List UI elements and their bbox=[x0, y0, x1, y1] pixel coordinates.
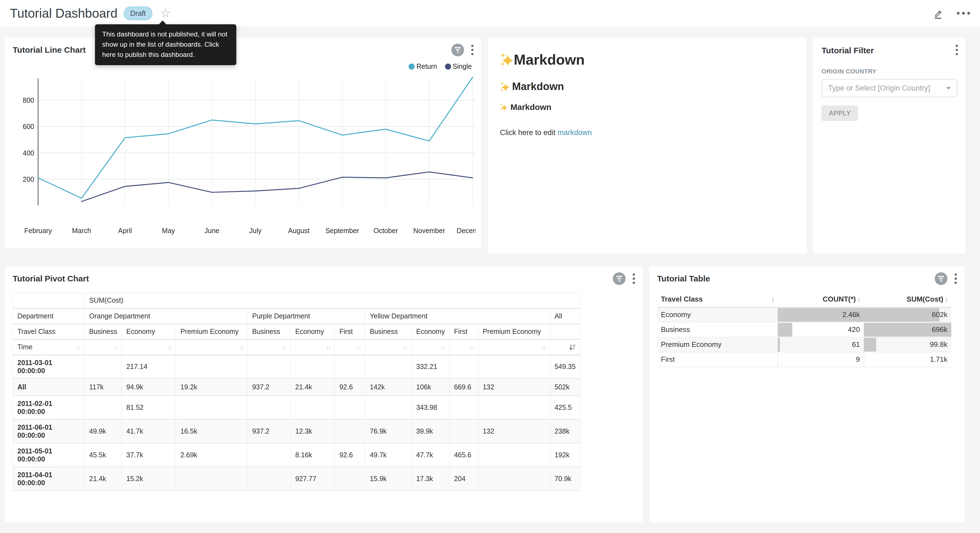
pivot-value-cell bbox=[176, 396, 248, 420]
pivot-metric-header: SUM(Cost) bbox=[85, 293, 581, 308]
column-header-travel-class[interactable]: Travel Class▴▾ bbox=[657, 292, 778, 307]
count-cell: 2.46k bbox=[778, 307, 864, 322]
markdown-edit-link[interactable]: markdown bbox=[558, 128, 592, 137]
pivot-value-cell: 927.77 bbox=[291, 467, 335, 491]
svg-text:October: October bbox=[374, 227, 398, 235]
more-actions-icon[interactable] bbox=[957, 12, 970, 14]
pivot-column-sort[interactable]: ↓↑ bbox=[85, 340, 122, 355]
pivot-value-cell: 425.5 bbox=[550, 396, 580, 420]
sort-icon[interactable]: ↓↑ bbox=[541, 343, 546, 351]
edit-dashboard-icon[interactable] bbox=[932, 8, 943, 19]
chart-kebab-menu-icon[interactable] bbox=[953, 272, 958, 285]
pivot-value-cell: 142k bbox=[365, 379, 412, 396]
pivot-value-cell bbox=[365, 355, 412, 379]
column-header-count[interactable]: COUNT(*)▴▾ bbox=[778, 292, 864, 307]
column-header-sum-cost[interactable]: SUM(Cost)▴▾ bbox=[864, 292, 951, 307]
pivot-column-sort[interactable]: ↓↑ bbox=[478, 340, 550, 355]
pivot-value-cell: 49.7k bbox=[365, 443, 412, 467]
origin-country-select[interactable]: Type or Select [Origin Country] bbox=[821, 79, 957, 97]
pivot-class-header-empty bbox=[550, 324, 580, 340]
sparkles-icon bbox=[500, 82, 510, 92]
sort-carets-icon: ▴▾ bbox=[945, 296, 947, 302]
pivot-class-header: Business bbox=[248, 324, 291, 340]
pivot-time-header[interactable]: Time↓↑ bbox=[13, 340, 85, 355]
sort-icon[interactable]: ↓↑ bbox=[282, 343, 286, 351]
value-bar bbox=[778, 338, 780, 351]
chevron-down-icon bbox=[946, 87, 951, 89]
sort-icon[interactable]: ↓↑ bbox=[113, 343, 117, 351]
svg-text:400: 400 bbox=[23, 149, 34, 157]
pivot-value-cell: 92.6 bbox=[335, 379, 365, 396]
pivot-class-header: Business bbox=[365, 324, 412, 340]
sum-cell: 1.71k bbox=[864, 352, 951, 367]
line-chart-plot[interactable]: 200400600800FebruaryMarchAprilMayJuneJul… bbox=[11, 38, 476, 242]
pivot-class-header: Economy bbox=[412, 324, 449, 340]
pivot-class-label: Travel Class bbox=[13, 324, 85, 340]
filter-indicator-icon[interactable] bbox=[935, 272, 947, 285]
sort-icon[interactable]: ↓↑ bbox=[469, 343, 474, 351]
pivot-column-sort[interactable]: ↓↑ bbox=[248, 340, 291, 355]
sort-icon[interactable]: ↓↑ bbox=[402, 343, 407, 351]
pivot-value-cell bbox=[176, 355, 248, 379]
sort-icon[interactable]: ↓↑ bbox=[76, 343, 80, 351]
pivot-class-row: Travel ClassBusinessEconomyPremium Econo… bbox=[13, 324, 581, 340]
pivot-value-cell bbox=[248, 355, 291, 379]
travel-class-table: Travel Class▴▾COUNT(*)▴▾SUM(Cost)▴▾Econo… bbox=[657, 292, 951, 367]
draft-badge[interactable]: Draft bbox=[124, 6, 153, 20]
filter-kebab-menu-icon[interactable] bbox=[955, 44, 959, 56]
filter-card: Tutorial Filter ORIGIN COUNTRY Type or S… bbox=[813, 38, 966, 254]
sort-icon[interactable]: ↓↑ bbox=[167, 343, 171, 351]
pivot-value-cell: 669.6 bbox=[449, 379, 478, 396]
chart-kebab-menu-icon[interactable] bbox=[632, 272, 636, 285]
pivot-class-header: Economy bbox=[291, 324, 335, 340]
pivot-value-cell bbox=[478, 467, 550, 491]
markdown-paragraph: Click here to edit markdown bbox=[500, 128, 794, 137]
pivot-column-sort[interactable]: ↓↑ bbox=[412, 340, 449, 355]
pivot-row: All117k94.9k19.2k937.221.4k92.6142k106k6… bbox=[13, 379, 581, 396]
pivot-row-key: 2011-04-01 00:00:00 bbox=[13, 467, 85, 491]
pivot-column-sort[interactable]: ↓↑ bbox=[365, 340, 412, 355]
svg-text:December: December bbox=[457, 227, 476, 235]
pivot-value-cell: 45.5k bbox=[85, 443, 122, 467]
pivot-column-sort[interactable]: ↓↑ bbox=[449, 340, 478, 355]
pivot-value-cell bbox=[291, 355, 335, 379]
filter-indicator-icon[interactable] bbox=[613, 272, 625, 285]
pivot-column-sort[interactable]: ↓↑ bbox=[122, 340, 176, 355]
sort-icon[interactable]: ↓↑ bbox=[239, 343, 243, 351]
pivot-value-cell: 70.9k bbox=[550, 467, 580, 491]
pivot-value-cell: 549.35 bbox=[550, 355, 580, 379]
pivot-value-cell: 39.9k bbox=[412, 420, 449, 443]
pivot-value-cell bbox=[449, 355, 478, 379]
pivot-value-cell bbox=[335, 467, 365, 491]
pivot-column-sort[interactable]: ↓↑ bbox=[291, 340, 335, 355]
pivot-value-cell: 15.9k bbox=[365, 467, 412, 491]
markdown-h2: Markdown bbox=[500, 81, 794, 93]
pivot-value-cell bbox=[335, 355, 365, 379]
pivot-value-cell: 937.2 bbox=[248, 420, 291, 443]
svg-text:April: April bbox=[118, 227, 132, 235]
sort-descending-icon[interactable] bbox=[569, 343, 576, 351]
pivot-column-sort[interactable]: ↓↑ bbox=[335, 340, 365, 355]
pivot-value-cell bbox=[478, 396, 550, 420]
markdown-card[interactable]: Markdown Markdown Markdown Click here to… bbox=[488, 38, 807, 254]
sort-icon[interactable]: ↓↑ bbox=[441, 343, 445, 351]
pivot-value-cell bbox=[478, 443, 550, 467]
pivot-value-cell: 8.16k bbox=[291, 443, 335, 467]
sort-icon[interactable]: ↓↑ bbox=[356, 343, 361, 351]
pivot-value-cell: 92.6 bbox=[335, 443, 365, 467]
sort-icon[interactable]: ↓↑ bbox=[326, 343, 330, 351]
travel-class-cell: Premium Economy bbox=[657, 337, 778, 352]
pivot-column-sort[interactable] bbox=[550, 340, 580, 355]
pivot-value-cell: 465.6 bbox=[449, 443, 478, 467]
svg-text:September: September bbox=[326, 227, 359, 235]
pivot-value-cell bbox=[248, 443, 291, 467]
draft-tooltip: This dashboard is not published, it will… bbox=[95, 24, 236, 65]
favorite-star-icon[interactable]: ☆ bbox=[160, 7, 171, 19]
pivot-column-sort[interactable]: ↓↑ bbox=[176, 340, 248, 355]
sort-carets-icon: ▴▾ bbox=[772, 296, 774, 302]
pivot-value-cell: 2.69k bbox=[176, 443, 248, 467]
pivot-value-cell: 332.21 bbox=[412, 355, 449, 379]
apply-button[interactable]: APPLY bbox=[821, 105, 858, 121]
pivot-value-cell: 37.7k bbox=[122, 443, 176, 467]
pivot-value-cell bbox=[248, 467, 291, 491]
